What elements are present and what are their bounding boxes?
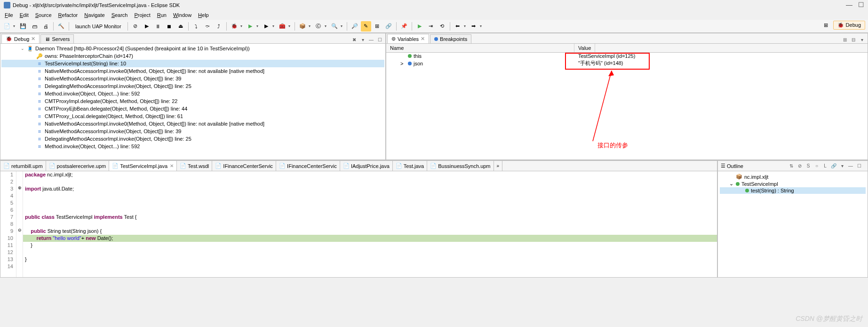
- fold-marker[interactable]: ⊕: [16, 185, 23, 192]
- open-perspective-button[interactable]: ⊞: [821, 20, 831, 30]
- dropdown-arrow-icon[interactable]: ▾: [272, 24, 276, 28]
- step-over-button[interactable]: ⤼: [202, 21, 213, 32]
- menu-window[interactable]: Window: [170, 11, 194, 19]
- disconnect-button[interactable]: ⏏: [175, 21, 186, 32]
- dropdown-arrow-icon[interactable]: ▾: [325, 24, 328, 28]
- debug-stack-tree[interactable]: ⌄🧵Daemon Thread [http-80-Processor24] (S…: [0, 44, 385, 160]
- hide-fields-button[interactable]: ⊘: [796, 162, 804, 170]
- variable-row[interactable]: thisTestServiceImpl (id=125): [386, 53, 868, 59]
- code-line[interactable]: public class TestServiceImpl implements …: [23, 214, 717, 221]
- variables-tab[interactable]: ⊜ Variables ✕: [387, 34, 429, 43]
- dropdown-arrow-icon[interactable]: ▾: [309, 24, 312, 28]
- menu-source[interactable]: Source: [32, 11, 55, 19]
- stack-frame-row[interactable]: ≡TestServiceImpl.test(String) line: 10: [1, 60, 384, 67]
- resume-green-button[interactable]: ▶: [414, 21, 425, 32]
- dropdown-arrow-icon[interactable]: ▾: [341, 24, 344, 28]
- view-menu-button[interactable]: ▾: [359, 36, 366, 43]
- forward-button[interactable]: ➡: [469, 21, 479, 32]
- dropdown-arrow-icon[interactable]: ▾: [480, 24, 484, 28]
- minimize-view-button[interactable]: —: [367, 36, 375, 43]
- suspend-button[interactable]: ⏸: [153, 21, 163, 32]
- stack-frame-row[interactable]: ≡Method.invoke(Object, Object...) line: …: [1, 90, 384, 97]
- minimize-view-button[interactable]: —: [847, 162, 854, 170]
- folding-ruler[interactable]: ⊕⊖: [16, 171, 23, 277]
- minimize-button[interactable]: —: [846, 1, 852, 8]
- menu-run[interactable]: Run: [154, 11, 169, 19]
- menu-search[interactable]: Search: [109, 11, 131, 19]
- close-icon[interactable]: ✕: [31, 36, 35, 42]
- stack-frame-row[interactable]: ≡NativeMethodAccessorImpl.invoke0(Method…: [1, 120, 384, 128]
- maximize-view-button[interactable]: ☐: [855, 162, 863, 170]
- dropdown-arrow-icon[interactable]: ▾: [288, 24, 292, 28]
- stack-frame-row[interactable]: ≡NativeMethodAccessorImpl.invoke(Object,…: [1, 75, 384, 82]
- fold-marker[interactable]: [16, 199, 23, 207]
- editor-tab[interactable]: 📄returnbill.upm: [0, 161, 46, 171]
- launch-monitor-button[interactable]: launch UAP Monitor: [72, 22, 125, 31]
- stack-frame-row[interactable]: ≡CMTProxyImpl.delegate(Object, Method, O…: [1, 97, 384, 105]
- outline-item[interactable]: 📦 nc.impl.xljt: [720, 173, 866, 180]
- stack-frame-row[interactable]: ≡DelegatingMethodAccessorImpl.invoke(Obj…: [1, 82, 384, 90]
- menu-help[interactable]: Help: [195, 11, 212, 19]
- stack-frame-row[interactable]: 🔑owns: PhaseInterceptorChain (id=147): [1, 52, 384, 60]
- code-line[interactable]: public String test(String json) {: [23, 228, 717, 235]
- step-into-button[interactable]: ⤵: [191, 21, 201, 32]
- menu-navigate[interactable]: Navigate: [81, 11, 107, 19]
- link-editor-button[interactable]: 🔗: [830, 162, 837, 170]
- fold-marker[interactable]: ⊖: [16, 228, 23, 235]
- run-last-button[interactable]: ▶: [261, 21, 271, 32]
- print-button[interactable]: 🖨: [40, 21, 51, 32]
- terminate-button[interactable]: ⏹: [164, 21, 175, 32]
- code-line[interactable]: [23, 207, 717, 214]
- resume-toolbar-button[interactable]: ▶: [142, 21, 152, 32]
- skip-breakpoints-button[interactable]: ⊘: [130, 21, 141, 32]
- editor-tab[interactable]: 📄Test.java: [393, 161, 427, 171]
- code-line[interactable]: }: [23, 256, 717, 263]
- code-line[interactable]: [23, 199, 717, 207]
- step-filter-button[interactable]: ⇥: [426, 21, 436, 32]
- code-line[interactable]: [23, 249, 717, 256]
- new-package-button[interactable]: 📦: [297, 21, 308, 32]
- code-line[interactable]: [23, 178, 717, 185]
- show-type-button[interactable]: ⊞: [841, 36, 849, 43]
- build-button[interactable]: 🔨: [56, 21, 66, 32]
- hide-nonpublic-button[interactable]: ○: [813, 162, 820, 170]
- stack-frame-row[interactable]: ≡CMTProxyEjbBean.delegate(Object, Method…: [1, 105, 384, 112]
- stack-frame-row[interactable]: ≡DelegatingMethodAccessorImpl.invoke(Obj…: [1, 135, 384, 143]
- new-button[interactable]: 📄: [2, 21, 12, 32]
- fold-marker[interactable]: [16, 235, 23, 242]
- maximize-button[interactable]: ☐: [858, 1, 864, 8]
- outline-item[interactable]: test(String) : String: [720, 187, 866, 194]
- stack-frame-row[interactable]: ≡CMTProxy_Local.delegate(Object, Method,…: [1, 112, 384, 120]
- name-column-header[interactable]: Name: [386, 44, 574, 52]
- new-class-button[interactable]: Ⓒ: [313, 21, 324, 32]
- debug-perspective-button[interactable]: 🐞 Debug: [833, 21, 865, 30]
- menu-project[interactable]: Project: [132, 11, 153, 19]
- code-line[interactable]: return "hello world"+ new Date();: [23, 235, 717, 242]
- code-content[interactable]: package nc.impl.xljt;import java.util.Da…: [23, 171, 717, 277]
- code-line[interactable]: [23, 221, 717, 228]
- pin-button[interactable]: 📌: [399, 21, 409, 32]
- view-menu-button[interactable]: ▾: [858, 36, 866, 43]
- stack-frame-row[interactable]: ⌄🧵Daemon Thread [http-80-Processor24] (S…: [1, 45, 384, 52]
- hide-local-button[interactable]: L: [821, 162, 829, 170]
- drop-frame-button[interactable]: ⟲: [437, 21, 447, 32]
- debug-tab[interactable]: 🐞 Debug ✕: [1, 34, 40, 43]
- sort-button[interactable]: ⇅: [788, 162, 795, 170]
- link-button[interactable]: 🔗: [383, 21, 394, 32]
- open-type-button[interactable]: 🔍: [329, 21, 340, 32]
- fold-marker[interactable]: [16, 249, 23, 256]
- editor-tab[interactable]: 📄BussinuessSynch.upm: [427, 161, 494, 171]
- editor-tab[interactable]: 📄IAdjustPrice.java: [340, 161, 393, 171]
- view-menu-button[interactable]: ▾: [838, 162, 846, 170]
- hide-static-button[interactable]: S: [804, 162, 812, 170]
- save-all-button[interactable]: 🗃: [29, 21, 40, 32]
- external-tools-button[interactable]: 🧰: [277, 21, 287, 32]
- dropdown-arrow-icon[interactable]: ▾: [256, 24, 260, 28]
- code-editor[interactable]: 1234567891011121314 ⊕⊖ package nc.impl.x…: [0, 171, 717, 277]
- menu-edit[interactable]: Edit: [17, 11, 32, 19]
- outline-item[interactable]: ⌄ TestServiceImpl: [720, 180, 866, 187]
- debug-button[interactable]: 🐞: [229, 21, 239, 32]
- stack-frame-row[interactable]: ≡NativeMethodAccessorImpl.invoke0(Method…: [1, 67, 384, 75]
- stack-frame-row[interactable]: ≡NativeMethodAccessorImpl.invoke(Object,…: [1, 128, 384, 135]
- variables-body[interactable]: thisTestServiceImpl (id=125)> json"手机号码"…: [386, 53, 868, 160]
